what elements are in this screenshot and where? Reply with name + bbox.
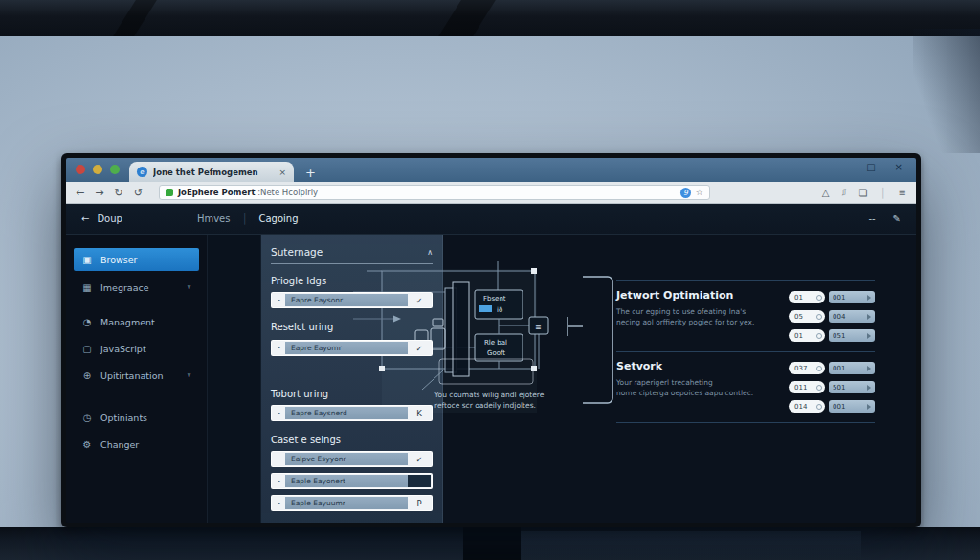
field-value: Eaple Eayonert: [285, 475, 408, 487]
tab-favicon-icon: e: [137, 167, 147, 177]
edit-icon[interactable]: ✎: [893, 213, 901, 224]
clock-icon: ◔: [81, 317, 93, 327]
value-row: 01 001: [779, 291, 875, 303]
key-icon: ⚙: [81, 439, 93, 450]
page-back-label: Doup: [97, 213, 122, 224]
sidebar-item-upitirtanation[interactable]: ⊕ Upitirtanation ∨: [74, 365, 199, 386]
setting-chip[interactable]: 001: [829, 291, 875, 303]
page-action-icon[interactable]: 9: [680, 188, 691, 198]
field-prefix: -: [273, 296, 285, 304]
downloads-icon[interactable]: ❏: [859, 188, 868, 198]
settings-panel: Suternage ∧ Priogle Idgs - Eapre Eaysonr…: [261, 235, 443, 523]
new-tab-button[interactable]: +: [305, 167, 316, 179]
diagram-icon-box: ≣: [535, 323, 542, 331]
value-chip[interactable]: 01: [789, 291, 825, 303]
radio-icon: [816, 366, 822, 371]
sidebar-item-label: Changer: [100, 439, 139, 450]
url-text: JoEphere Pomert :Nete Hcolpirly: [178, 188, 318, 197]
field-prefix: -: [273, 499, 285, 507]
page-header-actions: -- ✎: [868, 213, 901, 224]
field-value: Eapre Eayomr: [285, 342, 408, 354]
reload-alt-button[interactable]: ↺: [134, 187, 143, 199]
monitor: e Jone thet Pefmogemen × + – □ × ← → ↻ ↺: [61, 153, 921, 527]
radio-icon: [816, 333, 822, 339]
value-chip[interactable]: 05: [789, 310, 825, 323]
setting-field[interactable]: - Ealpve Esyyonr ✓: [271, 451, 433, 467]
bookmark-star-icon[interactable]: ☆: [696, 188, 703, 197]
setting-field[interactable]: - Eaple Eayuumr P: [271, 495, 433, 511]
group-label: Caset e seings: [271, 435, 433, 445]
field-value: Eaple Eayuumr: [285, 497, 408, 509]
group-label: Priogle Idgs: [271, 276, 433, 286]
toolbar-right: △ ⎎ ❏ │ ≡: [822, 187, 906, 198]
setting-chip[interactable]: 001: [829, 362, 875, 374]
wall-shadow: [913, 29, 980, 153]
info-panel: Jetwort Optimiation The cur egping to us…: [616, 280, 875, 431]
toolbar-divider: │: [880, 188, 886, 198]
page-tabs: Hmves │ Cagoing: [197, 213, 299, 224]
close-dot[interactable]: [76, 165, 85, 174]
browser-tab[interactable]: e Jone thet Pefmogemen ×: [129, 162, 294, 182]
info-section-setvork: Setvork Your raperigerl trecaheting nome…: [616, 360, 875, 413]
sidebar-item-javascript[interactable]: ▢ JavaScript: [74, 338, 199, 359]
arrow-icon: [867, 295, 871, 301]
sidebar-item-label: JavaScript: [100, 344, 146, 354]
maximize-dot[interactable]: [110, 165, 120, 174]
tab-cagoing[interactable]: Cagoing: [258, 213, 298, 224]
minimize-button[interactable]: –: [842, 162, 847, 172]
field-checkbox[interactable]: [408, 475, 431, 487]
menu-icon[interactable]: ≡: [899, 188, 906, 198]
page-content: ▣ Browser ▦ Imegraace ∨ ◔ Managment: [66, 235, 916, 523]
forward-button[interactable]: →: [95, 187, 103, 199]
more-button[interactable]: --: [868, 213, 875, 224]
setting-field[interactable]: - Eaple Eayonert: [271, 473, 433, 489]
setting-field[interactable]: - Eapre Eaysonr ✓: [271, 292, 433, 308]
minimize-dot[interactable]: [93, 165, 102, 174]
sidebar-item-label: Upitirtanation: [100, 370, 163, 381]
sidebar-item-changer[interactable]: ⚙ Changer: [74, 434, 199, 455]
address-bar[interactable]: JoEphere Pomert :Nete Hcolpirly 9 ☆: [159, 185, 710, 200]
reload-button[interactable]: ↻: [114, 187, 122, 199]
arrow-icon: [867, 366, 871, 371]
setting-chip[interactable]: 051: [829, 329, 875, 342]
section-title: Jetwort Optimiation: [616, 289, 769, 302]
value-chip[interactable]: 011: [789, 381, 825, 393]
value-chip[interactable]: 01: [789, 329, 825, 342]
tab-divider: │: [241, 213, 247, 224]
window-controls: – □ ×: [842, 162, 902, 172]
radio-icon: [816, 404, 822, 410]
maximize-button[interactable]: □: [866, 162, 875, 172]
setting-field[interactable]: - Eapre Eayomr ✓: [271, 340, 433, 356]
arrow-icon: [867, 333, 871, 339]
value-chip[interactable]: 037: [789, 362, 825, 374]
sidebar-item-optiniants[interactable]: ◷ Optiniants: [74, 407, 199, 428]
chevron-up-icon: ∧: [427, 248, 433, 257]
tab-hmves[interactable]: Hmves: [197, 213, 231, 224]
field-checkbox[interactable]: K: [408, 409, 431, 418]
site-security-icon: [166, 189, 173, 196]
field-checkbox[interactable]: ✓: [408, 296, 431, 305]
diagram-box2-line1: Rle bal: [484, 339, 507, 347]
setting-field[interactable]: - Eapre Eaysnerd K: [271, 405, 433, 421]
field-checkbox[interactable]: ✓: [408, 344, 431, 353]
setting-chip[interactable]: 501: [829, 381, 875, 393]
value-chip[interactable]: 014: [789, 400, 825, 413]
clipboard-icon[interactable]: ⎎: [842, 187, 847, 198]
sidebar-item-managment[interactable]: ◔ Managment: [74, 311, 199, 332]
sidebar-item-imegraace[interactable]: ▦ Imegraace ∨: [74, 277, 199, 298]
setting-chip[interactable]: 001: [829, 400, 875, 413]
page-back-button[interactable]: ← Doup: [81, 213, 122, 224]
sidebar-gap-column: [208, 235, 261, 523]
close-button[interactable]: ×: [895, 162, 902, 172]
setting-chip[interactable]: 004: [829, 310, 875, 323]
tab-close-icon[interactable]: ×: [278, 168, 286, 177]
back-button[interactable]: ←: [76, 187, 84, 199]
arrow-icon: [867, 404, 871, 410]
extension-icon[interactable]: △: [822, 188, 830, 198]
section-divider: [616, 422, 875, 423]
sidebar-item-browser[interactable]: ▣ Browser: [74, 248, 199, 271]
field-checkbox[interactable]: ✓: [408, 455, 431, 464]
field-checkbox[interactable]: P: [408, 499, 431, 508]
value-rows: 01 001 05 004 01 051: [779, 289, 875, 342]
section-header[interactable]: Suternage ∧: [271, 246, 433, 264]
